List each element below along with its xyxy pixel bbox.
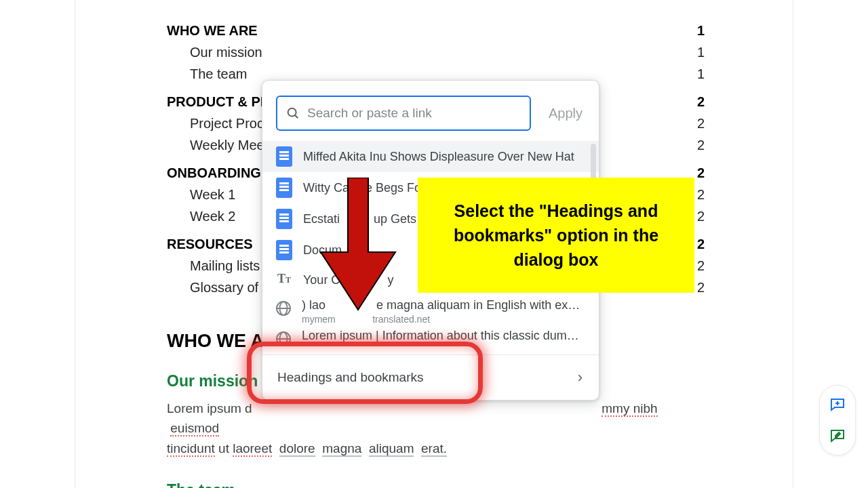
suggestion-label: Miffed Akita Inu Shows Displeasure Over … <box>303 150 585 164</box>
globe-icon <box>276 331 291 346</box>
toc-item-label: Glossary of t <box>190 277 266 298</box>
headings-label: Headings and bookmarks <box>277 370 423 385</box>
suggestion-url: mymem translated.net <box>302 314 585 325</box>
link-dialog-header: Apply <box>262 96 599 140</box>
link-search-field[interactable] <box>276 96 531 131</box>
annotation-callout: Select the "Headings and bookmarks" opti… <box>418 178 694 293</box>
text-fragment: dolore <box>279 441 315 457</box>
toc-h1-label: ONBOARDING <box>167 162 261 184</box>
text-format-icon: TT <box>276 272 292 288</box>
globe-icon <box>276 301 291 316</box>
toc-page: 2 <box>697 205 705 227</box>
add-comment-icon <box>829 396 846 413</box>
toc-page: 1 <box>697 20 705 41</box>
toc-heading[interactable]: WHO WE ARE 1 <box>167 20 705 41</box>
toc-page: 2 <box>697 233 705 255</box>
search-icon <box>285 106 300 121</box>
text-fragment: erat. <box>421 441 447 457</box>
toc-page: 2 <box>697 91 705 113</box>
link-suggestion-doc[interactable]: Miffed Akita Inu Shows Displeasure Over … <box>262 141 599 172</box>
toc-page: 2 <box>697 113 705 134</box>
toc-h1-label: PRODUCT & PR <box>167 91 270 113</box>
text-fragment: magna <box>322 441 361 457</box>
toc-item-label: Weekly Mee <box>190 134 264 156</box>
toc-item-label: Project Proc <box>190 113 264 134</box>
toc-page: 2 <box>697 184 705 205</box>
toc-item-label: Our mission <box>190 41 262 63</box>
text-fragment: ut <box>218 441 233 455</box>
toc-item-label: The team <box>190 63 247 85</box>
body-paragraph[interactable]: Lorem ipsum d mmy nibh euismod tincidunt… <box>167 399 705 458</box>
text-fragment: aliquam <box>369 441 414 457</box>
chevron-right-icon: › <box>578 369 583 386</box>
toc-page: 1 <box>697 63 705 85</box>
docs-icon <box>276 209 292 229</box>
toc-item[interactable]: Our mission 1 <box>167 41 705 63</box>
headings-and-bookmarks-option[interactable]: Headings and bookmarks › <box>262 354 599 400</box>
link-search-input[interactable] <box>307 97 521 129</box>
toc-item-label: Week 1 <box>190 184 235 205</box>
toc-page: 2 <box>697 162 705 184</box>
text-fragment: laoreet <box>233 441 272 457</box>
text-fragment: tincidunt <box>167 441 215 457</box>
toc-item-label: Week 2 <box>190 205 235 227</box>
toc-page: 1 <box>697 41 705 63</box>
add-comment-button[interactable] <box>825 392 850 417</box>
comment-fab-group <box>819 385 856 455</box>
suggestion-label: Lorem ipsum | Information about this cla… <box>302 329 585 343</box>
callout-text: Select the "Headings and bookmarks" opti… <box>434 199 678 272</box>
text-fragment: Lorem ipsum d <box>167 401 252 415</box>
docs-icon <box>276 240 292 260</box>
suggestion-label: ) lao e magna aliquam in English with ex… <box>302 298 585 312</box>
toc-h1-label: WHO WE ARE <box>167 20 258 41</box>
subheading-team[interactable]: The team <box>167 481 705 488</box>
toc-page: 2 <box>697 255 705 277</box>
text-fragment: euismod <box>170 421 219 436</box>
suggest-edit-icon <box>829 428 846 444</box>
toc-page: 2 <box>697 277 705 298</box>
suggest-edit-button[interactable] <box>825 424 850 448</box>
toc-h1-label: RESOURCES <box>167 233 253 255</box>
text-fragment: mmy nibh <box>601 401 657 417</box>
docs-icon <box>276 178 292 198</box>
svg-point-0 <box>288 108 296 117</box>
toc-page: 2 <box>697 134 705 156</box>
docs-icon <box>276 146 292 167</box>
link-suggestion-web[interactable]: ) lao e magna aliquam in English with ex… <box>262 294 599 326</box>
link-suggestion-web[interactable]: Lorem ipsum | Information about this cla… <box>262 326 599 354</box>
svg-line-1 <box>295 115 298 118</box>
toc-item-label: Mailing lists <box>190 255 260 277</box>
apply-button[interactable]: Apply <box>546 100 585 127</box>
